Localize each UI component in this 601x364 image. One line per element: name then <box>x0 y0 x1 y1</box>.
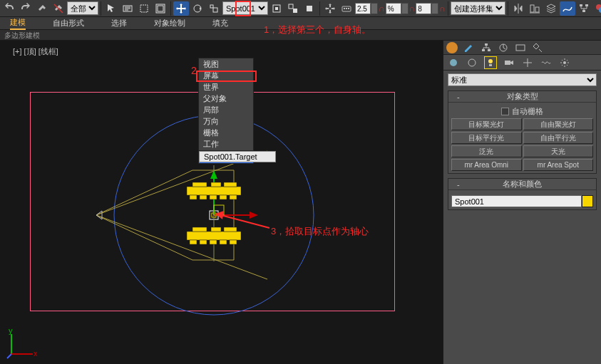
display-tab-icon[interactable] <box>515 42 526 53</box>
spinner-snap[interactable]: 8∩ <box>416 2 446 15</box>
viewport[interactable]: [+] [顶] [线框] 视图 屏幕 世界 父对象 局部 万向 栅格 工作 拾取… <box>0 41 443 364</box>
layers-icon[interactable] <box>543 1 559 16</box>
scale-icon[interactable] <box>206 1 222 16</box>
tab-populate[interactable]: 填充 <box>212 18 228 28</box>
svg-rect-49 <box>192 227 207 232</box>
light-type-button[interactable]: mr Area Spot <box>523 159 594 171</box>
autogrid-checkbox[interactable] <box>501 108 509 115</box>
undo-icon[interactable] <box>1 1 17 16</box>
light-type-button[interactable]: 自由聚光灯 <box>523 118 594 130</box>
svg-rect-70 <box>505 61 510 65</box>
rollup-toggle-icon[interactable]: - <box>457 180 460 189</box>
modify-tab-icon[interactable] <box>463 42 475 53</box>
keyboard-shortcut-icon[interactable] <box>339 1 354 16</box>
svg-rect-41 <box>211 182 221 187</box>
svg-point-68 <box>468 59 476 66</box>
rotate-icon[interactable] <box>190 1 205 16</box>
dropdown-sub-item[interactable]: Spot001.Target <box>200 152 275 162</box>
dropdown-item[interactable]: 屏幕 <box>199 70 253 81</box>
svg-rect-55 <box>220 240 227 244</box>
svg-rect-6 <box>213 8 217 12</box>
light-type-button[interactable]: 泛光 <box>451 145 522 157</box>
select-window-icon[interactable] <box>153 1 168 16</box>
schematic-view-icon[interactable] <box>576 1 592 16</box>
light-type-button[interactable]: 目标平行光 <box>451 132 522 144</box>
dropdown-item[interactable]: 视图 <box>199 58 253 70</box>
svg-rect-39 <box>187 187 241 195</box>
svg-rect-56 <box>230 240 237 244</box>
svg-rect-3 <box>158 6 163 11</box>
select-rect-icon[interactable] <box>136 1 152 16</box>
annotation-3: 3，拾取目标点作为轴心 <box>271 225 369 238</box>
helpers-icon[interactable] <box>522 57 533 68</box>
tab-freeform[interactable]: 自由形式 <box>53 18 84 28</box>
tab-modeling[interactable]: 建模 <box>10 17 26 30</box>
dropdown-item[interactable]: 工作 <box>199 138 253 150</box>
material-editor-icon[interactable] <box>592 1 601 16</box>
svg-rect-62 <box>485 43 488 46</box>
align-icon[interactable] <box>527 1 543 16</box>
scope-select[interactable]: 全部 <box>67 1 98 15</box>
geometry-icon[interactable] <box>448 57 459 68</box>
angle-snap[interactable]: 2.5∩ <box>355 2 385 15</box>
light-type-button[interactable]: 天光 <box>523 145 594 157</box>
shapes-icon[interactable] <box>466 57 478 68</box>
motion-tab-icon[interactable] <box>498 42 509 53</box>
svg-line-72 <box>221 215 269 228</box>
light-type-button[interactable]: 自由平行光 <box>523 132 594 144</box>
dropdown-item[interactable]: 局部 <box>199 104 253 115</box>
manipulate-icon[interactable] <box>322 1 338 16</box>
svg-marker-35 <box>210 170 217 179</box>
dropdown-item[interactable]: 万向 <box>199 115 253 127</box>
redo-icon[interactable] <box>18 1 34 16</box>
unlink-icon[interactable] <box>51 1 66 16</box>
tab-selection[interactable]: 选择 <box>111 18 127 28</box>
svg-point-69 <box>488 59 493 63</box>
tab-object-paint[interactable]: 对象绘制 <box>154 18 185 28</box>
svg-rect-17 <box>530 5 534 12</box>
hierarchy-tab-icon[interactable] <box>481 42 492 53</box>
cameras-icon[interactable] <box>503 57 515 68</box>
select-name-icon[interactable] <box>120 1 135 16</box>
link-icon[interactable] <box>34 1 50 16</box>
move-icon[interactable] <box>173 1 189 16</box>
light-type-button[interactable]: 目标聚光灯 <box>451 118 522 130</box>
ref-coord-select[interactable]: Spot001.T <box>222 1 268 15</box>
mirror-icon[interactable] <box>510 1 526 16</box>
svg-rect-21 <box>582 10 585 12</box>
lights-icon[interactable] <box>485 57 496 68</box>
selection-set-select[interactable]: 创建选择集 <box>451 1 505 15</box>
svg-rect-9 <box>289 4 293 9</box>
autogrid-label: 自动栅格 <box>512 106 543 117</box>
light-type-button[interactable]: mr Area Omni <box>451 159 522 171</box>
use-pivot-center-icon[interactable] <box>269 1 284 16</box>
svg-rect-45 <box>210 195 217 199</box>
object-color-swatch[interactable] <box>582 195 593 207</box>
spacewarps-icon[interactable] <box>540 57 552 68</box>
svg-rect-48 <box>187 232 241 240</box>
dropdown-item[interactable]: 栅格 <box>199 127 253 138</box>
svg-rect-16 <box>348 8 349 9</box>
dropdown-item[interactable]: 父对象 <box>199 93 253 104</box>
svg-rect-64 <box>488 49 490 51</box>
create-subtabs <box>443 55 601 71</box>
create-tab-icon[interactable] <box>446 42 458 53</box>
rollup-title: 名称和颜色 <box>503 179 542 189</box>
svg-rect-20 <box>585 4 588 6</box>
percent-snap[interactable]: %∩ <box>386 2 416 15</box>
dropdown-item[interactable]: 世界 <box>199 81 253 93</box>
svg-rect-15 <box>346 8 347 9</box>
utilities-tab-icon[interactable] <box>532 42 543 53</box>
rollup-toggle-icon[interactable]: - <box>457 93 460 101</box>
systems-icon[interactable] <box>559 57 570 68</box>
use-transform-self-icon[interactable] <box>302 1 317 16</box>
curve-editor-icon[interactable] <box>560 1 575 16</box>
object-name-input[interactable] <box>451 195 582 207</box>
light-category-select[interactable]: 标准 <box>448 73 597 86</box>
svg-rect-46 <box>220 195 227 199</box>
select-arrow-icon[interactable] <box>103 1 119 16</box>
svg-rect-11 <box>307 6 312 11</box>
svg-marker-73 <box>215 211 224 219</box>
use-selection-center-icon[interactable] <box>285 1 301 16</box>
svg-rect-47 <box>230 195 237 199</box>
